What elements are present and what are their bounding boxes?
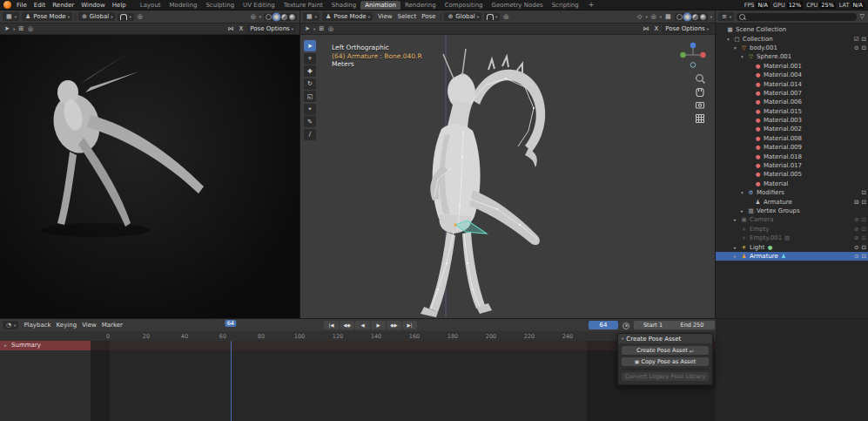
cam-icon[interactable]: ⊡ (862, 44, 866, 51)
play-backwards-button[interactable]: ◀ (355, 321, 370, 329)
outliner-row-empty-001[interactable]: +Empty.001▨⊘⊡ (716, 234, 868, 242)
outliner-row-body-001[interactable]: ▾▽body.001⊙⊡ (716, 44, 868, 52)
rendered-shading-icon[interactable] (289, 14, 295, 20)
expander-icon[interactable]: ▸ (732, 254, 738, 259)
solid-shading-icon[interactable] (273, 14, 279, 20)
menu-view[interactable]: View (375, 13, 395, 20)
orientation-dropdown[interactable]: ⊕ Global ▾ (78, 12, 115, 21)
camd-icon[interactable]: ⊡ (862, 234, 866, 241)
outliner-row-material-005[interactable]: ●Material.005 (716, 170, 868, 179)
workspace-tab-modeling[interactable]: Modeling (165, 1, 202, 10)
outliner-row-modifiers[interactable]: ▾⚙Modifiers⊡ (716, 188, 868, 197)
expander-icon[interactable]: ▸ (732, 245, 738, 250)
menu-file[interactable]: File (13, 2, 30, 9)
rendered-shading-icon[interactable] (700, 14, 706, 20)
pose-options-dropdown[interactable]: Pose Options ▾ (247, 24, 296, 33)
mode-dropdown[interactable]: ♟ Pose Mode ▾ (22, 12, 72, 21)
rotate-tool[interactable]: ↻ (304, 78, 316, 90)
outliner-row-material[interactable]: ●Material (716, 180, 868, 188)
workspace-tab-rendering[interactable]: Rendering (400, 1, 441, 10)
screen-icon[interactable]: ⊟ (854, 199, 858, 206)
annotate-tool[interactable]: ✎ (304, 116, 316, 127)
measure-tool[interactable]: ∕ (304, 129, 316, 140)
cursor-tool[interactable]: + (304, 53, 316, 65)
orientation-dropdown[interactable]: ⊕ Global ▾ (444, 12, 481, 21)
jump-to-prev-keyframe-button[interactable]: ◀◆ (340, 321, 354, 329)
cam-icon[interactable]: ⊡ (862, 36, 866, 43)
timeline-menu-playback[interactable]: Playback (21, 322, 53, 329)
jump-to-next-keyframe-button[interactable]: ◆▶ (387, 321, 401, 329)
editor-type-dropdown[interactable]: ≡ ▾ (718, 12, 734, 21)
outliner-row-material-009[interactable]: ●Material.009 (716, 143, 868, 152)
eyec-icon[interactable]: ⊘ (854, 226, 858, 233)
outliner-row-armature[interactable]: ♟Armature⊟⊡ (716, 197, 868, 206)
material-shading-icon[interactable] (692, 14, 698, 20)
cam-icon[interactable]: ⊡ (862, 253, 866, 260)
outliner-row-vertex-groups[interactable]: ▸▥Vertex Groups (716, 207, 868, 215)
outliner-row-material-003[interactable]: ●Material.003 (716, 116, 868, 125)
cam-icon[interactable]: ⊡ (862, 244, 866, 251)
eye-icon[interactable]: ⊙ (854, 253, 858, 260)
chk-icon[interactable]: ☑ (854, 36, 859, 43)
overlays-icon[interactable]: ◎ (250, 13, 257, 20)
menu-render[interactable]: Render (49, 2, 77, 9)
menu-help[interactable]: Help (109, 2, 130, 9)
timeline-menu-keying[interactable]: Keying (54, 322, 80, 329)
snap-settings-icon[interactable]: ⊞ (318, 25, 325, 32)
outliner-row-light[interactable]: ▸☀Light●⊙⊡ (716, 242, 868, 251)
eye-icon[interactable]: ⊙ (854, 244, 858, 251)
snap-settings-icon[interactable]: ⊞ (17, 25, 24, 32)
snapping-dropdown[interactable]: ▾ (484, 13, 500, 21)
axis-negative-icon[interactable] (690, 63, 696, 68)
scale-tool[interactable]: ◱ (304, 91, 316, 102)
outliner-row-material-007[interactable]: ●Material.007 (716, 89, 868, 98)
copy-pose-as-asset-button[interactable]: ▣ Copy Pose as Asset (622, 357, 709, 366)
pose-options-dropdown[interactable]: Pose Options ▾ (663, 24, 711, 33)
menu-pose[interactable]: Pose (419, 13, 438, 20)
frame-end-field[interactable]: End 250 (670, 321, 715, 329)
pan-hand-icon[interactable] (696, 89, 703, 97)
workspace-tab-layout[interactable]: Layout (136, 1, 165, 10)
move-tool[interactable]: ✚ (304, 65, 316, 77)
active-tool-icon[interactable]: ➤ (304, 25, 311, 32)
cam-icon[interactable]: ⊡ (862, 199, 866, 206)
expander-icon[interactable]: ▸ (732, 217, 738, 222)
outliner-row-material-014[interactable]: ●Material.014 (716, 79, 868, 88)
playhead-frame-chip[interactable]: 64 (225, 320, 236, 327)
eyec-icon[interactable]: ⊘ (854, 234, 858, 241)
outliner-row-sphere-001[interactable]: ▾▽Sphere.001 (716, 52, 868, 61)
eyec-icon[interactable]: ⊘ (854, 216, 858, 223)
outliner-row-material-006[interactable]: ●Material.006 (716, 98, 868, 106)
workspace-tab-geometry-nodes[interactable]: Geometry Nodes (488, 1, 548, 10)
solid-shading-icon[interactable] (684, 14, 690, 20)
transform-tool[interactable]: ⌖ (304, 104, 316, 115)
camd-icon[interactable]: ⊡ (862, 216, 866, 223)
mirror-x-toggle[interactable]: X (237, 25, 245, 32)
camd-icon[interactable]: ⊡ (862, 226, 866, 233)
outliner-row-material-004[interactable]: ●Material.004 (716, 71, 868, 79)
mode-dropdown[interactable]: ♟ Pose Mode ▾ (322, 12, 373, 21)
outliner-row-material-008[interactable]: ●Material.008 (716, 134, 868, 143)
workspace-tab-animation[interactable]: Animation (360, 1, 400, 10)
xray-toggle-icon[interactable]: ▩ (664, 13, 672, 20)
pivot-point-icon[interactable]: ◎ (27, 25, 34, 32)
outliner-row-material-018[interactable]: ●Material.018 (716, 152, 868, 160)
summary-channel[interactable]: ▸ Summary (0, 341, 91, 350)
search-input[interactable] (737, 13, 856, 21)
add-workspace-button[interactable]: + (585, 1, 598, 9)
expander-icon[interactable]: ▸ (3, 343, 9, 348)
workspace-tab-scripting[interactable]: Scripting (548, 1, 583, 10)
proportional-edit-icon[interactable]: ◎ (137, 13, 144, 20)
outliner-row-empty[interactable]: +Empty⊘⊡ (716, 225, 868, 234)
axis-x-icon[interactable] (700, 52, 705, 58)
outliner-row-material-002[interactable]: ●Material.002 (716, 125, 868, 133)
expander-icon[interactable]: ▾ (732, 45, 738, 51)
timeline-menu-marker[interactable]: Marker (99, 322, 125, 329)
outliner-row-camera[interactable]: ▸▣Camera⊘⊡ (716, 215, 868, 224)
eye-icon[interactable]: ⊙ (854, 44, 858, 51)
zoom-icon[interactable] (696, 75, 705, 84)
axis-z-icon[interactable] (690, 43, 696, 48)
timeline-menu-view[interactable]: View (79, 322, 99, 329)
menu-window[interactable]: Window (77, 2, 109, 9)
pivot-point-icon[interactable]: ◎ (327, 25, 334, 32)
